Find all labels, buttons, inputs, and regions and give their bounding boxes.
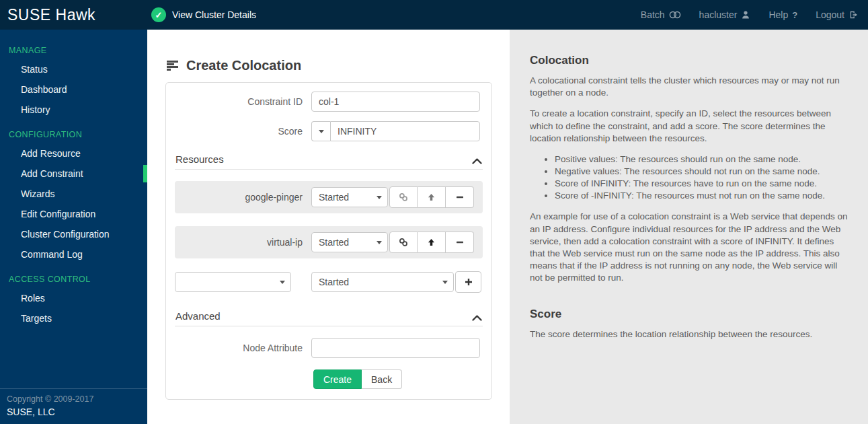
chevron-down-icon <box>280 281 285 284</box>
nav-help-label: Help <box>768 9 788 20</box>
cluster-status-label: View Cluster Details <box>172 9 256 20</box>
nav-batch-label: Batch <box>641 9 665 20</box>
resource-role-select[interactable]: Started <box>311 187 388 207</box>
advanced-section-header: Advanced <box>175 308 483 326</box>
new-resource-role-select[interactable]: Started <box>311 272 454 292</box>
constraint-id-label: Constraint ID <box>175 96 303 107</box>
nav-logout[interactable]: Logout <box>816 9 859 20</box>
constraint-id-row: Constraint ID <box>175 92 483 112</box>
nav-batch[interactable]: Batch <box>641 9 681 20</box>
advanced-section-label: Advanced <box>175 310 221 322</box>
resource-role-value: Started <box>319 237 349 248</box>
resources-section-header: Resources <box>175 151 483 170</box>
node-attribute-row: Node Attribute <box>175 338 483 358</box>
nav-help[interactable]: Help ? <box>768 9 797 20</box>
help-icon: ? <box>792 10 797 20</box>
sidebar-item-roles[interactable]: Roles <box>0 288 147 308</box>
move-up-button[interactable] <box>418 186 446 208</box>
page-title-text: Create Colocation <box>186 58 301 73</box>
resource-row: google-pinger Started <box>175 181 483 213</box>
form-actions-row: Create Back <box>175 369 483 389</box>
app-window: SUSE Hawk ✓ View Cluster Details Batch h… <box>0 0 868 424</box>
logo-area: SUSE Hawk <box>0 6 147 24</box>
logout-icon <box>849 10 859 20</box>
help-score-title: Score <box>530 308 848 321</box>
add-resource-row: Started <box>175 271 483 293</box>
toggle-icon <box>669 10 681 20</box>
main-content: Create Colocation Constraint ID Score <box>147 30 510 424</box>
check-circle-icon: ✓ <box>151 7 166 22</box>
sidebar-item-status[interactable]: Status <box>0 59 147 79</box>
node-attribute-label: Node Attribute <box>175 343 303 353</box>
chevron-down-icon <box>377 241 382 244</box>
score-dropdown-button[interactable] <box>311 121 330 141</box>
minus-icon <box>455 238 465 247</box>
link-resource-button[interactable] <box>389 186 418 208</box>
copyright-text: Copyright © 2009-2017 <box>7 394 141 404</box>
content-row: MANAGE Status Dashboard History CONFIGUR… <box>0 30 868 424</box>
constraint-id-input[interactable] <box>311 92 480 112</box>
sidebar-title-configuration: CONFIGURATION <box>0 130 147 143</box>
chevron-down-icon <box>377 196 382 199</box>
sidebar-section-manage: MANAGE Status Dashboard History <box>0 46 147 120</box>
link-resource-button[interactable] <box>389 232 418 253</box>
help-colocation-title: Colocation <box>530 54 848 67</box>
move-up-button[interactable] <box>418 232 446 253</box>
minus-icon <box>455 192 465 202</box>
score-row: Score <box>175 121 483 141</box>
remove-resource-button[interactable] <box>446 186 474 208</box>
resource-role-value: Started <box>319 192 349 203</box>
sidebar-item-command-log[interactable]: Command Log <box>0 244 147 264</box>
nav-user-label: hacluster <box>699 9 738 20</box>
colocation-form-card: Constraint ID Score Resources <box>165 82 492 400</box>
resource-row: virtual-ip Started <box>175 226 483 258</box>
sidebar-item-dashboard[interactable]: Dashboard <box>0 79 147 100</box>
resource-actions <box>389 186 474 208</box>
resource-role-select[interactable]: Started <box>311 232 388 252</box>
help-paragraph: A colocational constraint tells the clus… <box>530 75 848 99</box>
sidebar-section-access-control: ACCESS CONTROL Roles Targets <box>0 275 147 328</box>
sidebar-item-history[interactable]: History <box>0 100 147 120</box>
sidebar-item-add-constraint[interactable]: Add Constraint <box>0 164 147 184</box>
sidebar-title-access-control: ACCESS CONTROL <box>0 275 147 288</box>
arrow-up-icon <box>426 238 436 247</box>
help-bullet: Positive values: The resources should ru… <box>555 153 848 166</box>
remove-resource-button[interactable] <box>446 232 474 253</box>
sidebar-footer: Copyright © 2009-2017 SUSE, LLC <box>0 388 147 424</box>
help-bullet: Negative values: The resources should no… <box>555 166 848 178</box>
resource-name: virtual-ip <box>184 237 303 248</box>
score-input-group <box>311 121 480 141</box>
resources-section-label: Resources <box>175 153 224 165</box>
help-score-text: The score determines the location relati… <box>530 328 848 341</box>
nav-logout-label: Logout <box>816 9 844 20</box>
sidebar-item-edit-configuration[interactable]: Edit Configuration <box>0 204 147 224</box>
chevron-up-icon[interactable] <box>472 315 482 321</box>
help-bullet-list: Positive values: The resources should ru… <box>530 153 848 201</box>
suse-hawk-logo[interactable]: SUSE Hawk <box>7 6 95 24</box>
cluster-status[interactable]: ✓ View Cluster Details <box>147 7 256 22</box>
actions-group: Create Back <box>313 369 402 389</box>
link-icon <box>398 237 409 248</box>
top-bar: SUSE Hawk ✓ View Cluster Details Batch h… <box>0 0 868 30</box>
help-paragraph: To create a location constraint, specify… <box>530 108 848 145</box>
sidebar-item-cluster-configuration[interactable]: Cluster Configuration <box>0 224 147 244</box>
constraint-bars-icon <box>167 61 178 71</box>
new-resource-select[interactable] <box>175 272 291 292</box>
create-button[interactable]: Create <box>313 369 362 389</box>
sidebar-item-add-resource[interactable]: Add Resource <box>0 143 147 164</box>
chevron-up-icon[interactable] <box>472 158 482 164</box>
new-resource-role-value: Started <box>319 277 349 287</box>
back-button[interactable]: Back <box>362 369 402 389</box>
sidebar-item-targets[interactable]: Targets <box>0 308 147 328</box>
user-icon <box>741 10 750 20</box>
nav-user[interactable]: hacluster <box>699 9 751 20</box>
chevron-down-icon <box>319 130 324 133</box>
add-resource-button[interactable] <box>455 271 481 293</box>
score-input[interactable] <box>330 121 480 141</box>
company-name: SUSE, LLC <box>7 407 141 417</box>
help-bullet: Score of INFINITY: The resources have to… <box>555 178 848 190</box>
help-panel: Colocation A colocational constraint tel… <box>510 30 868 424</box>
node-attribute-input[interactable] <box>311 338 480 358</box>
help-paragraph: An example for use of a colocation const… <box>530 211 848 284</box>
sidebar-item-wizards[interactable]: Wizards <box>0 184 147 204</box>
